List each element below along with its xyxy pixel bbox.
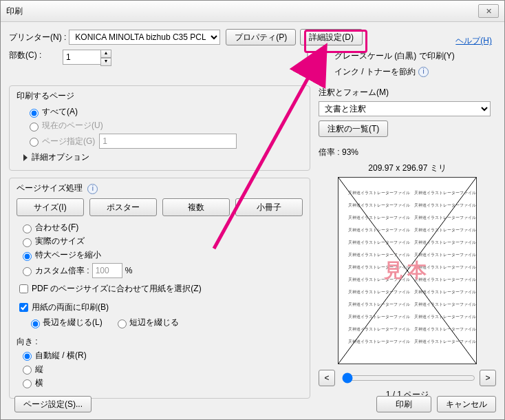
close-button[interactable]: ✕ xyxy=(478,4,499,18)
short-edge-row[interactable]: 短辺を綴じる xyxy=(114,317,179,328)
orient-portrait-label: 縦 xyxy=(35,364,43,375)
preview-text-left: 天神道イラストレーターファイル xyxy=(348,277,410,283)
choose-by-pdf-row[interactable]: PDF のページサイズに合わせて用紙を選択(Z) xyxy=(17,282,303,295)
choose-by-pdf-label: PDF のページサイズに合わせて用紙を選択(Z) xyxy=(32,283,202,295)
poster-button[interactable]: ポスター xyxy=(89,198,157,216)
annotations-list-button[interactable]: 注釈の一覧(T) xyxy=(319,120,388,137)
fit-label: 合わせる(F) xyxy=(35,222,78,233)
preview-text-left: 天神道イラストレーターファイル xyxy=(348,240,410,246)
preview-text-left: 天神道イラストレーターファイル xyxy=(348,302,410,308)
annotations-select[interactable]: 文書と注釈 xyxy=(319,101,491,116)
print-dialog: 印刷 ✕ ヘルプ(H) プリンター(N) : KONICA MINOLTA bi… xyxy=(0,0,505,420)
paper-dimensions: 209.97 x 296.97 ミリ xyxy=(319,162,496,174)
custom-scale-input xyxy=(92,263,122,278)
preview-text-left: 天神道イラストレーターファイル xyxy=(348,215,410,221)
range-all-row[interactable]: すべて(A) xyxy=(26,106,303,118)
annotation-highlight xyxy=(304,30,367,53)
actual-row[interactable]: 実際のサイズ xyxy=(19,235,303,247)
chevron-up-icon: ▴ xyxy=(100,50,111,58)
short-edge-label: 短辺を綴じる xyxy=(129,317,179,328)
preview-text-left: 天神道イラストレーターファイル xyxy=(348,289,410,295)
page-setup-button[interactable]: ページ設定(S)... xyxy=(14,396,92,412)
info-icon[interactable]: i xyxy=(418,67,429,77)
properties-button[interactable]: プロパティ(P) xyxy=(226,29,296,45)
savetoner-checkbox[interactable] xyxy=(292,67,331,76)
preview-text-left: 天神道イラストレーターファイル xyxy=(348,314,410,320)
cancel-button[interactable]: キャンセル xyxy=(437,396,496,412)
preview-text-left: 天神道イラストレーターファイル xyxy=(348,252,410,258)
actual-radio[interactable] xyxy=(23,238,32,247)
orientation-label: 向き : xyxy=(17,336,303,348)
custom-scale-radio[interactable] xyxy=(23,267,32,276)
window-title: 印刷 xyxy=(6,6,478,17)
savetoner-label: インク / トナーを節約 xyxy=(334,66,416,78)
copies-input[interactable] xyxy=(63,50,101,65)
preview-text-right: 天神道イラストレーターファイル xyxy=(414,314,476,320)
choose-by-pdf-checkbox[interactable] xyxy=(19,284,28,293)
preview-text-left: 天神道イラストレーターファイル xyxy=(348,326,410,333)
duplex-row[interactable]: 用紙の両面に印刷(B) xyxy=(17,301,303,314)
booklet-button[interactable]: 小冊子 xyxy=(235,198,303,216)
preview-text-right: 天神道イラストレーターファイル xyxy=(414,227,476,233)
fit-row[interactable]: 合わせる(F) xyxy=(19,222,303,233)
savetoner-checkbox-row[interactable]: インク / トナーを節約 i xyxy=(290,65,496,78)
print-preview: 天神道イラストレーターファイル天神道イラストレーターファイル天神道イラストレータ… xyxy=(338,177,477,364)
range-pages-row[interactable]: ページ指定(G) xyxy=(26,134,303,149)
long-edge-row[interactable]: 長辺を綴じる(L) xyxy=(28,317,103,328)
preview-text-right: 天神道イラストレーターファイル xyxy=(414,264,476,271)
preview-text-right: 天神道イラストレーターファイル xyxy=(414,326,476,333)
info-icon[interactable]: i xyxy=(87,184,98,194)
preview-text-right: 天神道イラストレーターファイル xyxy=(414,289,476,295)
multiple-button[interactable]: 複数 xyxy=(162,198,230,216)
printer-select[interactable]: KONICA MINOLTA bizhub C35 PCL6 xyxy=(69,30,220,45)
page-sizing-pane: ページサイズ処理 i サイズ(I) ポスター 複数 小冊子 合わせる(F) 実際… xyxy=(9,178,310,399)
fit-radio[interactable] xyxy=(23,224,32,233)
orient-auto-radio[interactable] xyxy=(23,352,32,361)
preview-text-right: 天神道イラストレーターファイル xyxy=(414,202,476,209)
shrink-row[interactable]: 特大ページを縮小 xyxy=(19,249,303,261)
actual-label: 実際のサイズ xyxy=(35,235,85,247)
size-button[interactable]: サイズ(I) xyxy=(17,198,84,216)
long-edge-label: 長辺を綴じる(L) xyxy=(43,317,103,328)
preview-slider[interactable] xyxy=(342,372,475,384)
range-pages-input xyxy=(99,134,237,149)
scale-readout: 倍率 : 93% xyxy=(319,147,496,158)
orient-auto-label: 自動縦 / 横(R) xyxy=(35,350,87,361)
orient-landscape-radio[interactable] xyxy=(23,379,32,388)
custom-scale-row[interactable]: カスタム倍率 : % xyxy=(19,263,303,278)
preview-text-right: 天神道イラストレーターファイル xyxy=(414,339,476,345)
range-pages-label: ページ指定(G) xyxy=(42,136,95,147)
long-edge-radio[interactable] xyxy=(31,319,40,328)
range-more-disclosure[interactable]: 詳細オプション xyxy=(23,151,303,163)
copies-spinner[interactable]: ▴ ▾ xyxy=(100,50,111,66)
preview-next-button[interactable]: > xyxy=(480,370,496,386)
help-link[interactable]: ヘルプ(H) xyxy=(455,35,492,47)
orient-auto-row[interactable]: 自動縦 / 横(R) xyxy=(19,350,303,361)
range-pages-radio[interactable] xyxy=(30,138,39,147)
preview-text-left: 天神道イラストレーターファイル xyxy=(348,190,410,196)
print-button[interactable]: 印刷 xyxy=(376,396,431,412)
range-all-radio[interactable] xyxy=(30,109,39,118)
preview-text-left: 天神道イラストレーターファイル xyxy=(348,202,410,209)
copies-label: 部数(C) : xyxy=(9,50,60,61)
range-more-label: 詳細オプション xyxy=(32,151,89,163)
duplex-checkbox[interactable] xyxy=(19,303,28,312)
preview-text-left: 天神道イラストレーターファイル xyxy=(348,264,410,271)
preview-text-right: 天神道イラストレーターファイル xyxy=(414,277,476,283)
close-icon: ✕ xyxy=(486,7,492,16)
range-all-label: すべて(A) xyxy=(42,106,78,118)
preview-text-left: 天神道イラストレーターファイル xyxy=(348,227,410,233)
orient-portrait-row[interactable]: 縦 xyxy=(19,364,303,375)
preview-text-right: 天神道イラストレーターファイル xyxy=(414,302,476,308)
preview-prev-button[interactable]: < xyxy=(319,370,335,386)
shrink-radio[interactable] xyxy=(23,252,32,261)
range-current-row[interactable]: 現在のページ(U) xyxy=(26,120,303,132)
preview-text-right: 天神道イラストレーターファイル xyxy=(414,252,476,258)
range-current-radio[interactable] xyxy=(30,123,39,132)
orient-portrait-radio[interactable] xyxy=(23,366,32,375)
orient-landscape-label: 横 xyxy=(35,377,43,389)
preview-text-right: 天神道イラストレーターファイル xyxy=(414,190,476,196)
orient-landscape-row[interactable]: 横 xyxy=(19,377,303,389)
page-range-pane: 印刷するページ すべて(A) 現在のページ(U) ページ指定(G) 詳細オプショ… xyxy=(9,85,310,171)
short-edge-radio[interactable] xyxy=(118,319,127,328)
